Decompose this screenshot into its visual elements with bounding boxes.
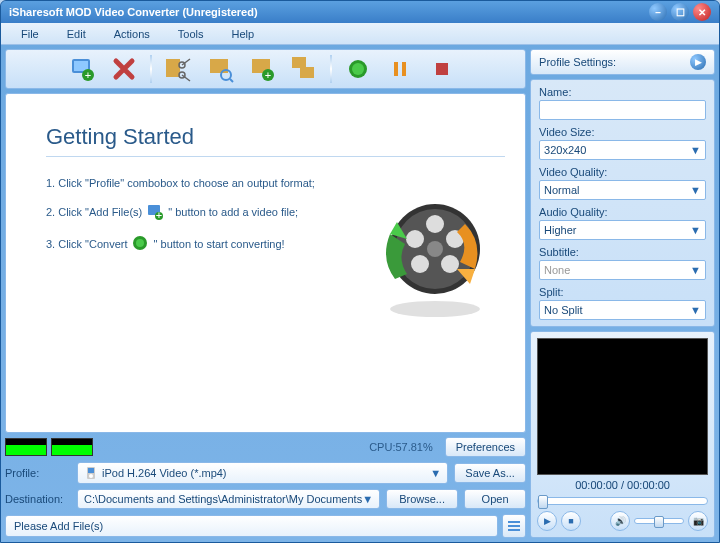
- film-reel-graphic: [355, 184, 495, 324]
- profile-settings-label: Profile Settings:: [539, 56, 616, 68]
- chevron-down-icon: ▼: [690, 304, 701, 316]
- expand-settings-button[interactable]: ▶: [690, 54, 706, 70]
- audio-quality-label: Audio Quality:: [539, 206, 706, 218]
- cut-button[interactable]: [162, 53, 194, 85]
- video-quality-combobox[interactable]: Normal▼: [539, 180, 706, 200]
- menu-tools[interactable]: Tools: [164, 25, 218, 43]
- video-size-combobox[interactable]: 320x240▼: [539, 140, 706, 160]
- stop-icon: [434, 61, 450, 77]
- remove-button[interactable]: [108, 53, 140, 85]
- profile-row: Profile: iPod H.264 Video (*.mp4) ▼ Save…: [5, 462, 526, 484]
- chevron-down-icon: ▼: [362, 493, 373, 505]
- video-quality-label: Video Quality:: [539, 166, 706, 178]
- menu-actions[interactable]: Actions: [100, 25, 164, 43]
- remove-icon: [112, 57, 136, 81]
- app-window: iSharesoft MOD Video Converter (Unregist…: [0, 0, 720, 543]
- crop-button[interactable]: [204, 53, 236, 85]
- svg-point-23: [136, 239, 144, 247]
- toolbar-separator: [150, 55, 152, 83]
- minimize-button[interactable]: –: [649, 3, 667, 21]
- pause-button[interactable]: [384, 53, 416, 85]
- status-list-button[interactable]: [502, 514, 526, 538]
- titlebar: iSharesoft MOD Video Converter (Unregist…: [1, 1, 719, 23]
- chevron-down-icon: ▼: [690, 224, 701, 236]
- main-view: Getting Started 1. Click "Profile" combo…: [5, 93, 526, 433]
- preview-panel: 00:00:00 / 00:00:00 ▶ ■ 🔊 📷: [530, 331, 715, 538]
- svg-rect-18: [436, 63, 448, 75]
- right-pane: Profile Settings: ▶ Name: Video Size: 32…: [530, 45, 719, 542]
- subtitle-combobox[interactable]: None▼: [539, 260, 706, 280]
- save-as-button[interactable]: Save As...: [454, 463, 526, 483]
- effect-button[interactable]: +: [246, 53, 278, 85]
- volume-button[interactable]: 🔊: [610, 511, 630, 531]
- svg-point-15: [352, 63, 364, 75]
- window-title: iSharesoft MOD Video Converter (Unregist…: [9, 6, 649, 18]
- scissors-icon: [164, 55, 192, 83]
- split-combobox[interactable]: No Split▼: [539, 300, 706, 320]
- menu-file[interactable]: File: [7, 25, 53, 43]
- menu-help[interactable]: Help: [217, 25, 268, 43]
- preview-seek-slider[interactable]: [537, 497, 708, 505]
- name-label: Name:: [539, 86, 706, 98]
- convert-icon: [348, 59, 368, 79]
- merge-button[interactable]: [288, 53, 320, 85]
- cpu-label: CPU:57.81%: [99, 441, 439, 453]
- ipod-icon: [84, 466, 98, 480]
- svg-point-35: [89, 474, 93, 478]
- menu-edit[interactable]: Edit: [53, 25, 100, 43]
- menubar: File Edit Actions Tools Help: [1, 23, 719, 45]
- svg-point-29: [411, 255, 429, 273]
- convert-button[interactable]: [342, 53, 374, 85]
- content: + + Getting Started 1. Click "Profile" c…: [1, 45, 719, 542]
- subtitle-label: Subtitle:: [539, 246, 706, 258]
- destination-combobox[interactable]: C:\Documents and Settings\Administrator\…: [77, 489, 380, 509]
- chevron-down-icon: ▼: [430, 467, 441, 479]
- snapshot-button[interactable]: 📷: [688, 511, 708, 531]
- merge-icon: [290, 55, 318, 83]
- stop-preview-button[interactable]: ■: [561, 511, 581, 531]
- status-row: Please Add File(s): [5, 514, 526, 538]
- svg-rect-34: [88, 468, 94, 473]
- add-file-inline-icon: +: [146, 203, 164, 221]
- video-size-label: Video Size:: [539, 126, 706, 138]
- open-button[interactable]: Open: [464, 489, 526, 509]
- svg-point-32: [390, 301, 480, 317]
- svg-point-28: [441, 255, 459, 273]
- svg-text:+: +: [265, 69, 271, 81]
- cpu-bar: [51, 438, 93, 456]
- getting-started-heading: Getting Started: [46, 124, 505, 157]
- pause-icon: [391, 60, 409, 78]
- cpu-bar: [5, 438, 47, 456]
- svg-point-30: [406, 230, 424, 248]
- add-file-button[interactable]: +: [66, 53, 98, 85]
- svg-rect-38: [508, 529, 520, 531]
- destination-label: Destination:: [5, 493, 71, 505]
- convert-inline-icon: [132, 235, 150, 253]
- svg-rect-4: [166, 59, 180, 77]
- maximize-button[interactable]: ☐: [671, 3, 689, 21]
- svg-rect-16: [394, 62, 398, 76]
- chevron-down-icon: ▼: [690, 144, 701, 156]
- svg-text:+: +: [85, 69, 91, 81]
- status-text: Please Add File(s): [5, 515, 498, 537]
- profile-settings-header: Profile Settings: ▶: [530, 49, 715, 75]
- browse-button[interactable]: Browse...: [386, 489, 458, 509]
- svg-rect-36: [508, 521, 520, 523]
- close-button[interactable]: ✕: [693, 3, 711, 21]
- profile-combobox[interactable]: iPod H.264 Video (*.mp4) ▼: [77, 462, 448, 484]
- add-file-icon: +: [68, 55, 96, 83]
- window-controls: – ☐ ✕: [649, 3, 711, 21]
- stop-button[interactable]: [426, 53, 458, 85]
- chevron-down-icon: ▼: [690, 264, 701, 276]
- audio-quality-combobox[interactable]: Higher▼: [539, 220, 706, 240]
- svg-rect-17: [402, 62, 406, 76]
- toolbar-separator: [330, 55, 332, 83]
- toolbar: + +: [5, 49, 526, 89]
- cpu-bars: [5, 438, 93, 456]
- preferences-button[interactable]: Preferences: [445, 437, 526, 457]
- svg-point-26: [426, 215, 444, 233]
- volume-slider[interactable]: [634, 518, 684, 524]
- left-pane: + + Getting Started 1. Click "Profile" c…: [1, 45, 530, 542]
- name-input[interactable]: [539, 100, 706, 120]
- play-button[interactable]: ▶: [537, 511, 557, 531]
